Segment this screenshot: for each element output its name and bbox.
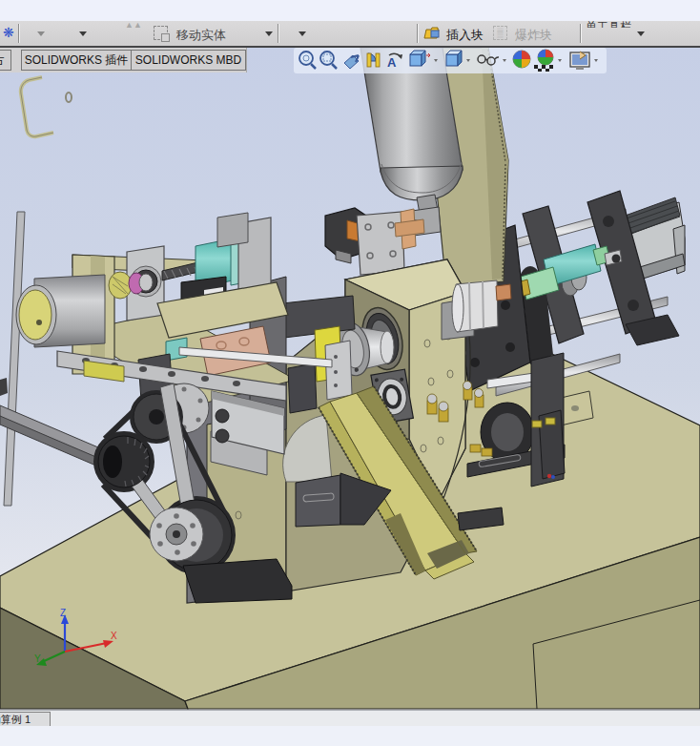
svg-text:A: A [387,55,397,70]
svg-text:Y: Y [34,653,41,664]
svg-text:X: X [111,631,117,641]
svg-text:Z: Z [60,608,66,618]
